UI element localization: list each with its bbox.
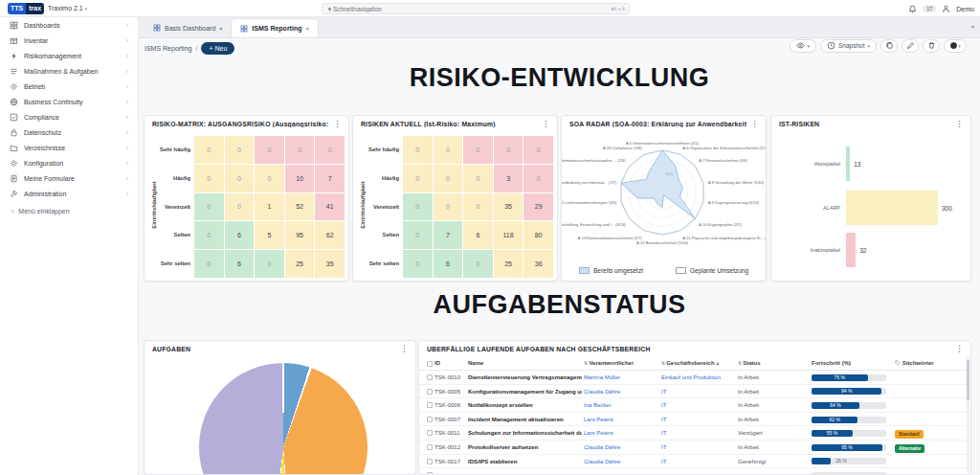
matrix-cell: 0 [194,165,224,192]
matrix-cell: 0 [434,136,463,164]
sidebar-item-ma-nahmen-aufgaben[interactable]: Maßnahmen & Aufgaben› [0,63,138,79]
cell-responsible-link[interactable]: Lars Peters [584,430,659,436]
col-header-name[interactable]: Name [468,360,483,366]
sidebar-item-inventar[interactable]: Inventar› [0,33,138,48]
row-checkbox[interactable] [427,459,433,464]
col-header-status[interactable]: ⇅Status [738,360,761,366]
matrix-cell: 0 [225,136,255,164]
kebab-menu-icon[interactable]: ⋮ [750,120,759,128]
user-menu[interactable]: Demo [956,6,974,12]
kebab-menu-icon[interactable]: ⋮ [400,345,409,353]
sidebar-item-compliance[interactable]: Compliance› [0,109,138,124]
edit-button[interactable] [902,39,919,53]
tag-icon [895,360,901,366]
table-row[interactable]: TSK-0017IDS/IPS etablierenClaudia DähreI… [419,455,967,469]
col-header-stichwoerter[interactable]: Stichwörter [895,360,934,366]
sidebar-item-risikomanagement[interactable]: Risikomanagement› [0,48,138,63]
col-header-id[interactable]: ID [434,360,440,366]
table-scrollbar-thumb[interactable] [967,360,969,400]
select-all-checkbox[interactable] [427,361,433,367]
cell-id: TSK-0005 [434,389,466,395]
radar-legend: Bereits umgesetzt Geplante Umsetzung [562,267,766,274]
cell-area-link[interactable]: IT [661,417,736,422]
options-button[interactable]: ▾ [944,39,967,53]
table-row[interactable]: TSK-0006Notfallkonzept erstellenIna Beck… [419,398,967,413]
cell-area-link[interactable]: IT [661,402,736,408]
table-row[interactable]: TSK-0011Schulungen zur Informationssiche… [419,426,967,441]
matrix-cell: 35 [315,250,345,278]
duplicate-button[interactable] [880,39,898,53]
sidebar-item-konfiguration[interactable]: Konfiguration› [0,155,138,170]
table-row[interactable]: TSK-0005Konfigurationsmanagement für Zug… [419,385,967,399]
sidebar-collapse-button[interactable]: ‹ Menü einklappen [0,203,138,218]
cell-status: In Arbeit [738,417,810,422]
sidebar-item-betrieb[interactable]: Betrieb› [0,79,138,94]
table-scrollbar[interactable] [967,356,969,472]
cell-area-link[interactable]: IT [661,444,736,450]
table-row[interactable]: TSK-0007Incident Management aktualisiere… [419,413,967,427]
row-checkbox[interactable] [427,417,433,422]
tab-basis-dashboard[interactable]: Basis Dashboard▾ [145,18,231,37]
kebab-menu-icon[interactable]: ⋮ [955,345,964,353]
search-input[interactable] [333,6,611,12]
kebab-menu-icon[interactable]: ⋮ [955,120,964,128]
card-title: SOA RADAR (SOA-0003: Erklärung zur Anwen… [569,121,746,127]
progress-label: 26 % [835,459,846,464]
row-checkbox[interactable] [427,402,433,408]
notification-badge[interactable]: 17 [923,5,936,12]
row-checkbox[interactable] [427,389,433,395]
kebab-menu-icon[interactable]: ⋮ [333,120,342,128]
product-version-menu[interactable]: Traximo 2.1 ▾ [48,5,87,11]
chevron-left-icon: ‹ [11,208,13,215]
doc-icon [10,174,18,183]
cell-name: Notfallkonzept erstellen [468,402,582,408]
tab-isms-reporting[interactable]: ISMS Reporting× [231,18,319,37]
sort-icon: ⇅ [738,360,742,366]
chevron-down-icon[interactable]: ▾ [971,23,974,30]
radar-axis-label: A.16 Handhabung von Informati... (7/7) [562,180,617,185]
sidebar-item-verzeichnisse[interactable]: Verzeichnisse› [0,140,138,155]
table-row[interactable]: TSK-0012Protokollserver aufsetzenClaudia… [419,441,967,455]
cell-area-link[interactable]: IT [661,459,736,464]
row-checkbox[interactable] [427,430,433,436]
app-logo[interactable]: TTS trax [8,3,44,14]
cell-area-link[interactable]: IT [661,430,736,436]
sidebar-item-meine-formulare[interactable]: Meine Formulare› [0,170,138,186]
kebab-menu-icon[interactable]: ⋮ [542,120,550,128]
sidebar-item-business-continuity[interactable]: Business Continuity› [0,94,138,109]
bolt-icon [10,52,18,60]
visibility-button[interactable]: ▾ [790,39,817,53]
col-header-geschaeftsbereich[interactable]: ⇅Geschäftsbereich▴ [661,360,719,366]
table-row[interactable]: TSK-0010Dienstleistersteuerung Vertragsm… [419,371,967,385]
col-header-verantwortlicher[interactable]: ⇅Verantwortlicher [584,360,634,366]
pencil-icon [906,41,915,50]
sidebar-item-administration[interactable]: Administration› [0,186,138,201]
sidebar-item-datenschutz[interactable]: Datenschutz› [0,124,138,140]
cell-responsible-link[interactable]: Claudia Dähre [584,444,659,450]
cell-status: Verzögert [738,430,810,436]
matrix-cell: 7 [434,221,463,249]
new-button[interactable]: + Neu [201,42,234,55]
cell-responsible-link[interactable]: Ina Becker [584,402,659,408]
snapshot-button[interactable]: Snapshot ▾ [820,39,877,53]
row-checkbox[interactable] [427,444,433,450]
cell-area-link[interactable]: IT [661,389,736,395]
matrix-cell: 0 [463,136,493,164]
cell-responsible-link[interactable]: Claudia Dähre [584,389,659,395]
eye-icon [796,41,805,50]
cell-area-link[interactable]: Einkauf und Produktion [661,374,736,380]
close-icon[interactable]: × [305,26,309,32]
quick-navigation-search[interactable]: alt + k [322,3,630,14]
sidebar-item-dashboards[interactable]: Dashboards› [0,17,138,33]
row-checkbox[interactable] [427,374,433,380]
bell-icon[interactable] [908,5,917,13]
delete-button[interactable] [923,39,940,53]
breadcrumb-item[interactable]: ISMS Reporting [145,45,191,52]
cell-responsible-link[interactable]: Martina Müller [584,374,659,380]
table-row[interactable] [419,468,967,475]
col-header-fortschritt[interactable]: Fortschritt (%) [812,360,851,366]
cell-responsible-link[interactable]: Lars Peters [584,417,659,422]
cell-responsible-link[interactable]: Claudia Dähre [584,459,659,464]
user-icon [942,5,950,13]
card-soa-radar: SOA RADAR (SOA-0003: Erklärung zur Anwen… [561,115,767,282]
